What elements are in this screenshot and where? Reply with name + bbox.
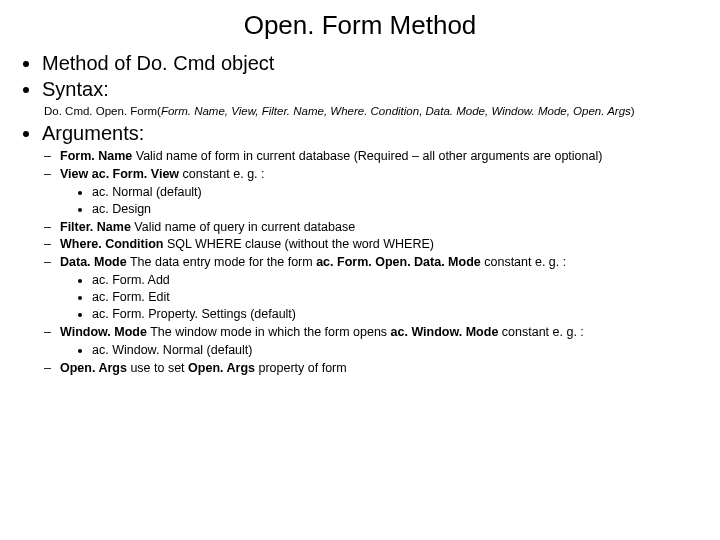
arg-filtername: Filter. Name Valid name of query in curr… — [44, 219, 702, 236]
arg-view: View ac. Form. View constant e. g. : ac.… — [44, 166, 702, 218]
arg-datamode-sub-property: ac. Form. Property. Settings (default) — [92, 306, 702, 323]
syntax-line: Do. Cmd. Open. Form(Form. Name, View, Fi… — [44, 105, 702, 117]
syntax-args: Form. Name, View, Filter. Name, Where. C… — [161, 105, 631, 117]
arg-view-post: constant e. g. : — [179, 167, 264, 181]
arg-datamode-constant: ac. Form. Open. Data. Mode — [316, 255, 481, 269]
arg-datamode-text2: constant e. g. : — [481, 255, 566, 269]
arg-view-sublist: ac. Normal (default) ac. Design — [78, 184, 702, 218]
top-list-2: Arguments: — [24, 121, 702, 146]
arg-datamode-text1: The data entry mode for the form — [127, 255, 316, 269]
arg-openargs-bold: Open. Args — [188, 361, 255, 375]
arg-datamode-sub-add: ac. Form. Add — [92, 272, 702, 289]
arg-windowmode-sublist: ac. Window. Normal (default) — [78, 342, 702, 359]
arguments-list: Form. Name Valid name of form in current… — [44, 148, 702, 376]
arg-datamode-label: Data. Mode — [60, 255, 127, 269]
arg-windowmode-text2: constant e. g. : — [498, 325, 583, 339]
arg-openargs-text1: use to set — [127, 361, 188, 375]
arg-filtername-text: Valid name of query in current database — [131, 220, 355, 234]
arg-view-sub-design: ac. Design — [92, 201, 702, 218]
arg-windowmode-label: Window. Mode — [60, 325, 147, 339]
arg-formname-label: Form. Name — [60, 149, 132, 163]
slide-title: Open. Form Method — [18, 10, 702, 41]
top-list: Method of Do. Cmd object Syntax: — [24, 51, 702, 102]
arg-windowmode-sub-normal: ac. Window. Normal (default) — [92, 342, 702, 359]
arg-wherecondition-text: SQL WHERE clause (without the word WHERE… — [163, 237, 433, 251]
top-item-syntax: Syntax: — [42, 77, 702, 102]
arg-windowmode-constant: ac. Window. Mode — [391, 325, 499, 339]
arg-windowmode-text1: The window mode in which the form opens — [147, 325, 391, 339]
arg-windowmode: Window. Mode The window mode in which th… — [44, 324, 702, 359]
arg-datamode-sub-edit: ac. Form. Edit — [92, 289, 702, 306]
arg-view-label: View — [60, 167, 88, 181]
syntax-prefix: Do. Cmd. Open. Form( — [44, 105, 161, 117]
arg-filtername-label: Filter. Name — [60, 220, 131, 234]
arg-openargs: Open. Args use to set Open. Args propert… — [44, 360, 702, 377]
slide: Open. Form Method Method of Do. Cmd obje… — [0, 0, 720, 376]
arg-openargs-label: Open. Args — [60, 361, 127, 375]
syntax-suffix: ) — [631, 105, 635, 117]
top-item-method: Method of Do. Cmd object — [42, 51, 702, 76]
arg-openargs-text2: property of form — [255, 361, 347, 375]
arg-view-constant: ac. Form. View — [92, 167, 179, 181]
arg-formname-text: Valid name of form in current database (… — [132, 149, 602, 163]
arg-wherecondition-label: Where. Condition — [60, 237, 163, 251]
arg-datamode: Data. Mode The data entry mode for the f… — [44, 254, 702, 323]
arg-formname: Form. Name Valid name of form in current… — [44, 148, 702, 165]
arg-datamode-sublist: ac. Form. Add ac. Form. Edit ac. Form. P… — [78, 272, 702, 323]
top-item-arguments: Arguments: — [42, 121, 702, 146]
arg-view-sub-normal: ac. Normal (default) — [92, 184, 702, 201]
arg-wherecondition: Where. Condition SQL WHERE clause (witho… — [44, 236, 702, 253]
